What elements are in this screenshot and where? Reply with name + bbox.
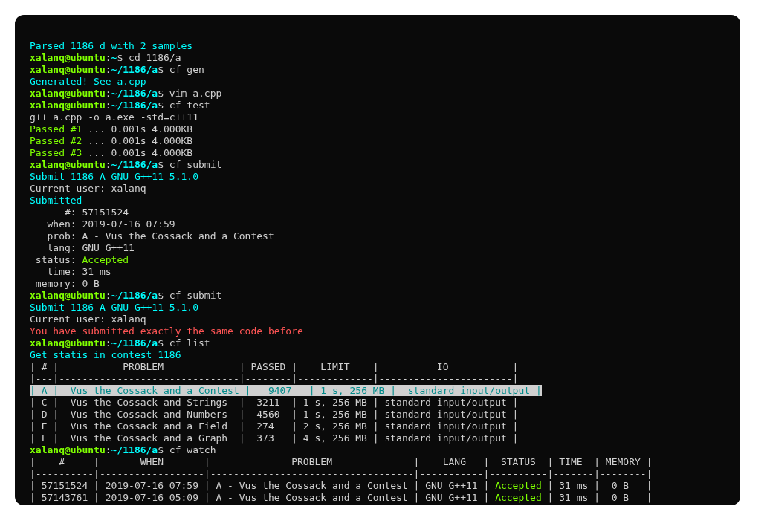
prompt-colon: :	[106, 444, 111, 455]
terminal-window[interactable]: Parsed 1186 d with 2 samples xalanq@ubun…	[15, 15, 740, 505]
cmd-list: cf list	[169, 337, 210, 348]
passed-1-tail: ... 0.001s 4.000KB	[82, 123, 192, 134]
watch-sep: |----------|------------------|---------…	[30, 468, 652, 479]
prompt-dollar: $	[158, 64, 169, 75]
prompt-user: xalanq@ubuntu	[30, 444, 106, 455]
prompt-user: xalanq@ubuntu	[30, 100, 106, 111]
table-row-f: | F | Vus the Cossack and a Graph | 373 …	[30, 432, 518, 444]
cmd-submit-1: cf submit	[169, 159, 221, 170]
prompt-dollar: $	[158, 337, 169, 348]
prompt-dollar: $	[158, 504, 169, 505]
prompt-user: xalanq@ubuntu	[30, 159, 106, 170]
table-row-d: | D | Vus the Cossack and Numbers | 4560…	[30, 409, 518, 420]
compile-line: g++ a.cpp -o a.exe -std=c++11	[30, 111, 198, 123]
submit-header-2: Submit 1186 A GNU G++11 5.1.0	[30, 302, 198, 313]
table-row-e: | E | Vus the Cossack and a Field | 274 …	[30, 421, 518, 432]
prompt-user: xalanq@ubuntu	[30, 88, 106, 99]
submit-status-label: status:	[30, 254, 82, 265]
prompt-path: ~/1186/a	[111, 100, 158, 111]
passed-2-tail: ... 0.001s 4.000KB	[82, 135, 192, 146]
prompt-dollar: $	[158, 290, 169, 301]
prompt-user: xalanq@ubuntu	[30, 337, 106, 348]
submit-memory: memory: 0 B	[30, 278, 100, 289]
prompt-colon: :	[106, 159, 111, 170]
prompt-colon: :	[106, 290, 111, 301]
same-code-warning: You have submitted exactly the same code…	[30, 325, 303, 337]
list-header: Get statis in contest 1186	[30, 349, 181, 360]
prompt-path: ~/1186/a	[111, 504, 158, 505]
passed-1: Passed #1	[30, 123, 82, 134]
prompt-path: ~/1186/a	[111, 88, 158, 99]
prompt-colon: :	[106, 100, 111, 111]
cmd-watch: cf watch	[169, 444, 216, 455]
current-user: Current user: xalanq	[30, 183, 146, 194]
prompt-user: xalanq@ubuntu	[30, 290, 106, 301]
passed-3: Passed #3	[30, 147, 82, 158]
prompt-dollar: $	[158, 100, 169, 111]
prompt-colon: :	[106, 88, 111, 99]
current-user-2: Current user: xalanq	[30, 314, 146, 325]
prompt-dollar: $	[158, 88, 169, 99]
accepted-status: Accepted	[495, 480, 542, 491]
prompt-dollar: $	[158, 444, 169, 455]
passed-2: Passed #2	[30, 135, 82, 146]
submit-lang: lang: GNU G++11	[30, 242, 135, 253]
prompt-user: xalanq@ubuntu	[30, 64, 106, 75]
submitted-label: Submitted	[30, 195, 82, 206]
spacer	[175, 504, 629, 505]
prompt-colon: :	[106, 504, 111, 505]
status-all: All	[670, 504, 728, 505]
cmd-gen: cf gen	[169, 64, 204, 75]
prompt-dollar: $	[158, 159, 169, 170]
prompt-path: ~/1186/a	[111, 64, 158, 75]
prompt-colon: :	[106, 52, 111, 63]
status-pos: 183,61	[629, 504, 670, 505]
cmd-test: cf test	[169, 100, 210, 111]
prompt-path: ~/1186/a	[111, 159, 158, 170]
cmd-vim: vim a.cpp	[169, 88, 221, 99]
cursor[interactable]: _	[169, 504, 175, 505]
prompt-path: ~/1186/a	[111, 444, 158, 455]
table-header: | # | PROBLEM | PASSED | LIMIT | IO |	[30, 361, 518, 372]
prompt-colon: :	[106, 337, 111, 348]
cmd-cd: cd 1186/a	[129, 52, 181, 63]
accepted-status: Accepted	[495, 492, 542, 503]
table-sep: |---|-------------------------------|---…	[30, 373, 518, 384]
prompt-path: ~/1186/a	[111, 290, 158, 301]
prompt-colon: :	[106, 64, 111, 75]
watch-header: | # | WHEN | PROBLEM | LANG | STATUS | T…	[30, 456, 652, 467]
prompt-path: ~/1186/a	[111, 337, 158, 348]
table-row-c: | C | Vus the Cossack and Strings | 3211…	[30, 397, 518, 408]
watch-row-2: | 57143761 | 2019-07-16 05:09 | A - Vus …	[30, 492, 652, 503]
cmd-submit-2: cf submit	[169, 290, 221, 301]
submit-time: time: 31 ms	[30, 266, 111, 277]
submit-header: Submit 1186 A GNU G++11 5.1.0	[30, 171, 198, 182]
table-row-a-highlighted: | A | Vus the Cossack and a Contest | 94…	[30, 385, 542, 396]
submit-status-value: Accepted	[82, 254, 129, 265]
submit-id: #: 57151524	[30, 207, 129, 218]
submit-prob: prob: A - Vus the Cossack and a Contest	[30, 230, 274, 241]
prompt-user: xalanq@ubuntu	[30, 52, 106, 63]
watch-row-1: | 57151524 | 2019-07-16 07:59 | A - Vus …	[30, 480, 652, 491]
passed-3-tail: ... 0.001s 4.000KB	[82, 147, 192, 158]
submit-when: when: 2019-07-16 07:59	[30, 218, 175, 230]
prompt-dollar: $	[117, 52, 129, 63]
generated-msg: Generated! See a.cpp	[30, 76, 146, 87]
prompt-user: xalanq@ubuntu	[30, 504, 106, 505]
parse-line: Parsed 1186 d with 2 samples	[30, 40, 192, 51]
